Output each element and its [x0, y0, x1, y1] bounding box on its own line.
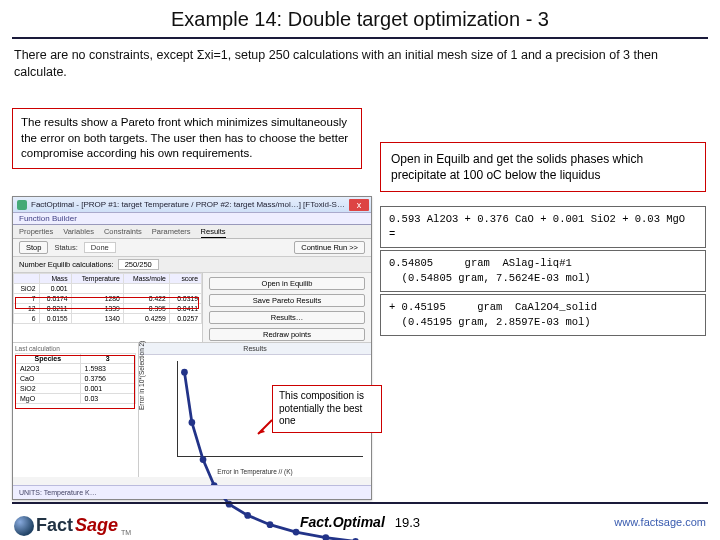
close-icon[interactable]: x [349, 199, 369, 211]
footer-center: Fact.Optimal 19.3 [0, 514, 720, 530]
chart-title: Results [139, 343, 371, 355]
col-score: score [169, 274, 201, 284]
species-highlight [15, 355, 135, 409]
tab-variables[interactable]: Variables [63, 227, 94, 238]
svg-point-2 [200, 456, 207, 463]
tab-constraints[interactable]: Constraints [104, 227, 142, 238]
app-icon [17, 200, 27, 210]
footer-rule [12, 502, 708, 504]
results-button[interactable]: Results… [209, 311, 365, 324]
factoptimal-window: FactOptimal - [PROP #1: target Temperatu… [12, 196, 372, 500]
save-pareto-button[interactable]: Save Pareto Results [209, 294, 365, 307]
run-toolbar: Stop Status: Done Continue Run >> [13, 239, 371, 257]
equilib-result-2: 0.54805 gram ASlag-liq#1 (0.54805 gram, … [380, 250, 706, 292]
status-label: Status: [54, 243, 77, 252]
stop-button[interactable]: Stop [19, 241, 48, 254]
tab-strip: Properties Variables Constraints Paramet… [13, 225, 371, 239]
status-value: Done [84, 242, 116, 253]
function-builder-bar: Function Builder [13, 213, 371, 225]
table-row[interactable]: SiO2 0.001 [14, 284, 202, 294]
footer-slide-num: 19.3 [395, 515, 420, 530]
open-equilib-button[interactable]: Open in Equilib [209, 277, 365, 290]
last-calc-label: Last calculation [15, 345, 136, 352]
logo-tm: TM [121, 529, 131, 536]
col-temperature: Temperature [71, 274, 123, 284]
annotation-arrow-icon [254, 418, 274, 438]
slide-title: Example 14: Double target optimization -… [0, 0, 720, 37]
callout-open-equilib: Open in Equilb and get the solids phases… [380, 142, 706, 192]
table-row[interactable]: 6 0.0155 1340 0.4259 0.0257 [14, 314, 202, 324]
window-title: FactOptimal - [PROP #1: target Temperatu… [31, 200, 345, 209]
title-rule [12, 37, 708, 39]
svg-marker-11 [258, 429, 265, 434]
continue-run-button[interactable]: Continue Run >> [294, 241, 365, 254]
col-mass: Mass [39, 274, 71, 284]
selection-highlight [15, 297, 199, 309]
equilib-result-1: 0.593 Al2O3 + 0.376 CaO + 0.001 SiO2 + 0… [380, 206, 706, 248]
tab-properties[interactable]: Properties [19, 227, 53, 238]
window-titlebar[interactable]: FactOptimal - [PROP #1: target Temperatu… [13, 197, 371, 213]
footer-app-name: Fact.Optimal [300, 514, 385, 530]
col-blank [14, 274, 40, 284]
chart-ylabel: Error in 10*(Selection 2) [138, 341, 145, 410]
calc-count-label: Number Equilib calculations: [19, 260, 114, 269]
tab-parameters[interactable]: Parameters [152, 227, 191, 238]
intro-text: There are no constraints, except Σxi=1, … [0, 47, 720, 89]
redraw-points-button[interactable]: Redraw points [209, 328, 365, 341]
calc-count-value: 250/250 [118, 259, 159, 270]
footer-url: www.factsage.com [614, 516, 706, 528]
window-statusbar: UNITS: Temperature K… [13, 485, 371, 499]
results-table[interactable]: Mass Temperature Mass/mole score SiO2 0.… [13, 273, 203, 342]
calc-count-row: Number Equilib calculations: 250/250 [13, 257, 371, 273]
svg-point-8 [322, 534, 329, 540]
equilib-result-3: + 0.45195 gram CaAl2O4_solid (0.45195 gr… [380, 294, 706, 336]
callout-results-explain: The results show a Pareto front which mi… [12, 108, 362, 169]
species-panel[interactable]: Last calculation Species 3 Al2O31.5983 C… [13, 343, 139, 477]
tab-results[interactable]: Results [201, 227, 226, 238]
results-side-buttons: Open in Equilib Save Pareto Results Resu… [203, 273, 371, 342]
chart-xlabel: Error in Temperature // (K) [139, 468, 371, 475]
annotation-best-composition: This composition is potentially the best… [272, 385, 382, 433]
col-massmole: Mass/mole [123, 274, 169, 284]
